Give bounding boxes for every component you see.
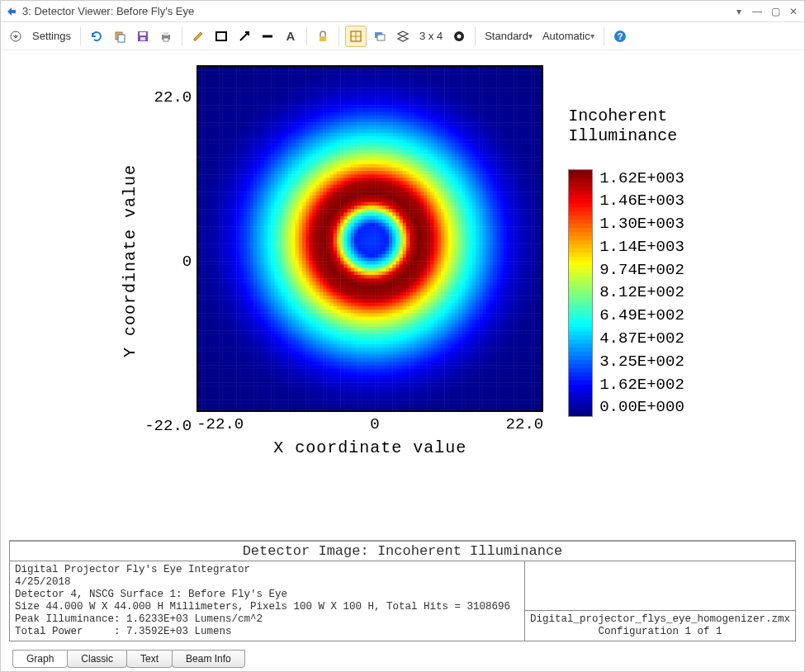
svg-rect-8092 [455, 344, 459, 348]
grid-size-label[interactable]: 3 x 4 [416, 26, 446, 47]
svg-rect-9594 [462, 396, 466, 400]
svg-rect-5106 [504, 240, 508, 244]
rectangle-tool-icon[interactable] [211, 26, 231, 47]
svg-rect-907 [507, 95, 511, 99]
svg-rect-3184 [427, 174, 431, 178]
fit-view-icon[interactable] [345, 26, 367, 47]
svg-rect-5048 [302, 240, 306, 244]
settings-button[interactable]: Settings [29, 26, 74, 47]
svg-rect-1612 [524, 119, 528, 123]
layers-icon[interactable] [393, 26, 413, 47]
tab-graph[interactable]: Graph [12, 650, 68, 668]
svg-rect-1036 [261, 102, 265, 106]
svg-rect-8212 [524, 348, 528, 352]
help-icon[interactable]: ? [610, 26, 630, 47]
svg-rect-1153 [320, 105, 324, 109]
lock-icon[interactable] [313, 26, 333, 47]
arrow-tool-icon[interactable] [234, 26, 254, 47]
svg-rect-1709 [514, 122, 518, 126]
svg-rect-8206 [504, 348, 508, 352]
svg-rect-495 [466, 81, 470, 85]
svg-rect-3214 [531, 174, 535, 178]
save-button[interactable] [133, 26, 153, 47]
svg-rect-3561 [348, 188, 352, 192]
svg-rect-2228 [233, 143, 237, 147]
svg-rect-8908 [510, 372, 514, 376]
svg-rect-9795 [466, 403, 470, 407]
svg-rect-2787 [438, 160, 442, 164]
svg-rect-3603 [493, 188, 497, 192]
tab-beaminfo[interactable]: Beam Info [172, 650, 245, 668]
svg-rect-4381 [417, 216, 421, 220]
pencil-icon[interactable] [188, 26, 208, 47]
svg-rect-488 [441, 81, 445, 85]
svg-rect-2362 [351, 147, 355, 151]
automatic-dropdown[interactable]: Automatic [539, 26, 598, 47]
standard-dropdown[interactable]: Standard [481, 26, 536, 47]
svg-rect-6804 [496, 299, 500, 303]
svg-rect-3549 [305, 188, 310, 192]
svg-rect-1905 [500, 130, 504, 134]
text-tool-icon[interactable]: A [281, 26, 301, 47]
svg-rect-7177 [403, 313, 407, 317]
svg-rect-1371 [382, 112, 386, 116]
svg-rect-2428 [233, 150, 237, 154]
target-icon[interactable] [449, 26, 469, 47]
svg-rect-1914 [531, 130, 535, 134]
svg-rect-2603 [493, 154, 497, 158]
svg-rect-4493 [458, 220, 462, 224]
line-tool-icon[interactable] [258, 26, 277, 47]
dock-button[interactable]: ▾ [733, 6, 745, 17]
svg-rect-6578 [406, 292, 410, 296]
svg-rect-700 [483, 88, 487, 92]
svg-rect-6169 [375, 278, 379, 282]
svg-rect-2445 [292, 150, 296, 154]
svg-rect-6865 [362, 303, 366, 307]
svg-rect-6951 [313, 306, 317, 310]
svg-rect-127 [230, 70, 234, 74]
window-list-icon[interactable] [370, 26, 390, 47]
svg-rect-5316 [538, 247, 542, 251]
svg-rect-8285 [431, 351, 435, 355]
svg-rect-8342 [282, 355, 286, 359]
svg-rect-9640 [275, 400, 279, 404]
copy-button[interactable] [110, 26, 130, 47]
svg-rect-1253 [320, 108, 324, 112]
expand-button[interactable] [6, 26, 26, 47]
svg-rect-974 [392, 98, 396, 102]
svg-rect-4668 [372, 226, 376, 230]
tab-text[interactable]: Text [126, 650, 173, 668]
svg-rect-656 [330, 88, 334, 92]
svg-rect-5992 [455, 272, 459, 276]
svg-rect-437 [264, 81, 268, 85]
print-button[interactable] [156, 26, 176, 47]
svg-rect-5684 [427, 261, 431, 265]
tab-classic[interactable]: Classic [67, 650, 127, 668]
svg-rect-5679 [410, 261, 414, 265]
svg-rect-6446 [296, 289, 300, 293]
svg-rect-3547 [299, 188, 303, 192]
svg-rect-7777 [403, 334, 407, 338]
svg-rect-8089 [444, 344, 448, 348]
svg-rect-4327 [230, 216, 234, 220]
svg-rect-7345 [292, 320, 296, 324]
svg-rect-6852 [316, 303, 320, 307]
svg-rect-1416 [538, 112, 542, 116]
svg-rect-725 [223, 91, 227, 95]
refresh-button[interactable] [87, 26, 107, 47]
svg-rect-663 [354, 88, 358, 92]
close-button[interactable]: ✕ [788, 6, 799, 17]
svg-rect-4413 [528, 216, 532, 220]
maximize-button[interactable]: ▢ [769, 6, 781, 17]
svg-rect-4852 [316, 234, 320, 238]
svg-rect-9661 [348, 400, 352, 404]
svg-rect-2361 [348, 147, 352, 151]
svg-rect-2267 [368, 143, 372, 147]
svg-rect-5026 [226, 240, 230, 244]
minimize-button[interactable]: — [751, 6, 763, 17]
svg-rect-9875 [396, 407, 400, 411]
svg-rect-503 [493, 81, 497, 85]
svg-rect-727 [230, 91, 234, 95]
svg-rect-8625 [223, 365, 227, 369]
svg-rect-3971 [382, 202, 386, 206]
